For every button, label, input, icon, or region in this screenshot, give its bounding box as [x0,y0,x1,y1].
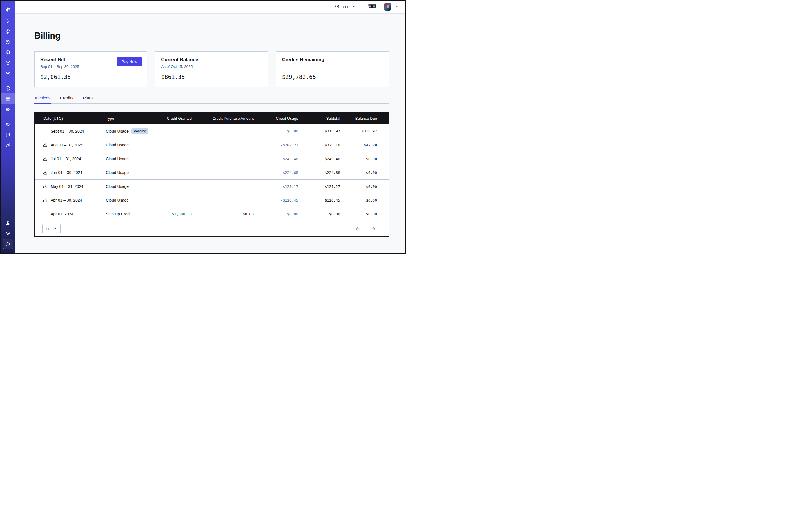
invoice-type: Cloud Usage [106,129,129,133]
column-header-balance-due: Balance Due [340,116,377,121]
balance-due-cell: $0.00 [340,157,377,161]
invoice-type-cell: Cloud Usage [106,198,161,203]
app-window: $ UTC [0,0,406,254]
credits-remaining-card: Credits Remaining $29,782.65 [276,51,389,87]
helm-wheel-icon [5,122,11,128]
invoice-date: May 01 – 31, 2024 [51,184,83,189]
credit-usage-cell: $0.00 [254,129,298,133]
pay-now-button[interactable]: Pay Now [117,57,142,67]
cube-icon [5,60,11,66]
invoice-date-cell: Sept 01 – 30, 2024 [35,128,106,134]
subtotal-cell: $126.45 [298,198,340,203]
table-header: Date (UTC) Type Credit Granted Credit Pu… [35,112,389,124]
sidebar-divider [1,81,15,81]
download-slot [42,128,48,134]
sidebar-item-vision[interactable] [1,26,15,37]
invoice-date: Sept 01 – 30, 2024 [51,129,84,133]
chevron-right-icon [5,18,10,24]
sidebar-item-layers[interactable] [1,47,15,57]
invoice-date: Aug 01 – 31, 2024 [51,143,83,147]
invoice-type: Sign Up Credit [106,212,131,216]
user-menu[interactable] [384,3,399,11]
download-slot [42,211,48,217]
prev-page-button[interactable] [355,226,361,232]
column-header-credit-granted: Credit Granted [161,116,192,121]
balance-due-cell: $0.00 [340,184,377,189]
credit-card-icon [5,96,11,102]
invoice-type: Cloud Usage [106,198,129,203]
invoice-date: Jun 01 – 30, 2024 [51,170,82,175]
page-size-select[interactable]: 10 [42,224,60,234]
table-footer: 10 [35,221,389,236]
sidebar-item-launch[interactable] [1,140,15,151]
invoice-date-cell: May 01 – 31, 2024 [35,183,106,189]
column-header-credit-usage: Credit Usage [254,116,298,121]
timezone-selector[interactable]: UTC [335,4,356,10]
download-invoice-button[interactable] [42,142,48,148]
next-page-button[interactable] [370,226,376,232]
tab-invoices[interactable]: Invoices [34,95,51,104]
credit-granted-cell: $1,000.00 [161,212,192,216]
sidebar-item-billing[interactable] [1,93,15,104]
subtotal-cell: $245.48 [298,157,340,161]
credit-purchase-cell: $0.00 [192,212,254,216]
balance-due-cell: $42.88 [340,143,377,147]
billing-tabs: Invoices Credits Plans [34,95,389,103]
vision-spiral-icon [5,29,11,34]
svg-text:$: $ [7,243,9,246]
sidebar-item-docs[interactable] [1,130,15,140]
invoice-date: Jul 01 – 31, 2024 [51,157,81,161]
pagination-controls [355,226,376,232]
credit-usage-cell: -$282.22 [254,143,298,147]
sidebar-item-labs[interactable] [1,218,15,228]
card-amount: $2,061.35 [40,74,141,80]
download-invoice-button[interactable] [42,156,48,162]
card-title: Current Balance [161,57,262,62]
sidebar-item-cube[interactable] [1,57,15,68]
invoice-type: Cloud Usage [106,143,129,147]
invoice-type-cell: Cloud Usage [106,157,161,161]
sidebar-credits-button[interactable]: $ [3,239,13,250]
page-title: Billing [34,31,389,40]
subtotal-cell: $315.97 [298,129,340,133]
subtotal-cell: $0.00 [298,212,340,216]
gear-icon [5,107,11,112]
topbar: UTC [15,1,405,13]
invoice-type: Cloud Usage [106,170,129,175]
download-invoice-button[interactable] [42,170,48,175]
sidebar-item-usage-gauge[interactable] [1,83,15,93]
invoice-date-cell: Jun 01 – 30, 2024 [35,170,106,175]
tab-credits[interactable]: Credits [59,95,74,104]
glasses-icon [368,4,376,10]
dollar-badge-icon: $ [5,241,11,247]
invoice-type-cell: Cloud Usage [106,143,161,147]
invoice-date: Apr 01 – 30, 2024 [51,198,82,203]
credit-usage-cell: -$121.17 [254,184,298,189]
download-invoice-button[interactable] [42,198,48,203]
user-avatar[interactable] [384,3,391,11]
download-invoice-button[interactable] [42,183,48,189]
clock-icon [335,4,340,10]
credit-usage-cell: -$245.48 [254,157,298,161]
page-size-value: 10 [46,226,50,231]
balance-due-cell: $0.00 [340,198,377,203]
sidebar-collapse-button[interactable] [1,16,15,26]
sidebar-item-fleet[interactable] [1,119,15,130]
tab-plans[interactable]: Plans [83,95,94,104]
sun-icon [5,231,11,237]
invoice-type-cell: Sign Up Credit [106,212,161,216]
subtotal-cell: $121.17 [298,184,340,189]
timezone-label: UTC [342,5,350,9]
chevron-down-icon [352,4,356,9]
table-row: Apr 01, 2024 Sign Up Credit $1,000.00 $0… [35,207,389,221]
chevron-down-icon [395,4,399,9]
sidebar-item-theme-toggle[interactable] [1,228,15,239]
chevron-down-icon [53,226,57,231]
column-header-type: Type [106,116,161,121]
credit-usage-cell: -$224.68 [254,171,298,175]
sidebar-item-settings[interactable] [1,104,15,115]
table-row: Jun 01 – 30, 2024 Cloud Usage -$224.68 $… [35,166,389,179]
sidebar-item-history[interactable] [1,37,15,47]
vision-mode-button[interactable] [368,4,376,10]
sidebar-item-asterisk[interactable] [1,68,15,78]
